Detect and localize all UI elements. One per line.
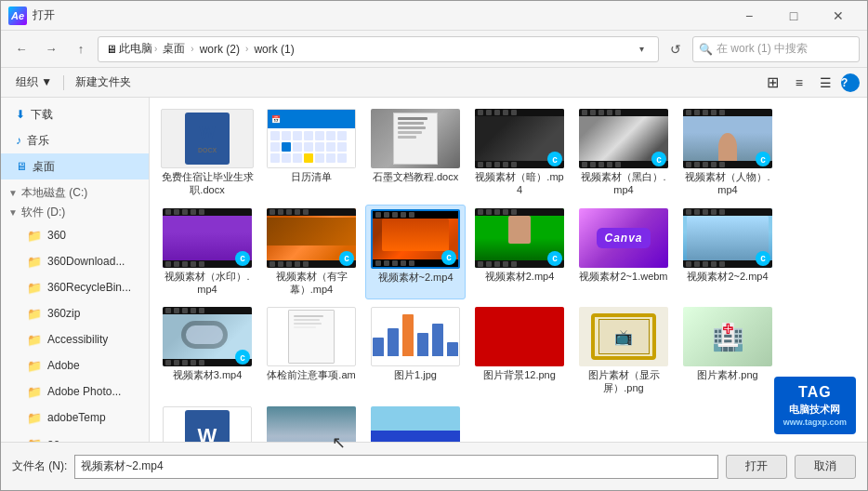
organize-button[interactable]: 组织 ▼ bbox=[8, 70, 59, 96]
app-icon: Ae bbox=[8, 7, 27, 25]
sidebar-item-downloads[interactable]: ⬇ 下载 bbox=[1, 101, 149, 127]
filename-label: 文件名 (N): bbox=[12, 458, 67, 474]
file-name-video-selected: 视频素材~2.mp4 bbox=[370, 271, 461, 284]
folder-icon-adobe: 📁 bbox=[27, 359, 42, 373]
folder-icon-360rb: 📁 bbox=[27, 281, 42, 295]
file-item-video2[interactable]: c 视频素材2.mp4 bbox=[469, 205, 570, 300]
file-item-chart[interactable]: 图片1.jpg bbox=[365, 303, 466, 399]
file-item-calendar[interactable]: 📅 日历清单 bbox=[261, 105, 362, 201]
c-badge-video2: c bbox=[547, 251, 562, 266]
statusbar-buttons: 打开 取消 bbox=[726, 455, 856, 479]
file-item-photo1[interactable]: 图片素材1.png bbox=[261, 403, 362, 442]
file-name-medical: 图片素材.png bbox=[681, 368, 774, 381]
titlebar-title: 打开 bbox=[33, 7, 55, 23]
file-item-video-subtitle[interactable]: c 视频素材（有字幕）.mp4 bbox=[261, 205, 362, 300]
file-name-video2: 视频素材2.mp4 bbox=[473, 270, 566, 283]
file-name-docx2: 石墨文档教程.docx bbox=[369, 170, 462, 183]
file-item-docx1[interactable]: W DOCX 免费住宿让毕业生求职.docx bbox=[157, 105, 257, 201]
new-folder-label: 新建文件夹 bbox=[75, 74, 131, 90]
sidebar-item-360download[interactable]: 📁 360Download... bbox=[1, 248, 149, 274]
folder-icon-adobe-photo: 📁 bbox=[27, 385, 42, 399]
filename-input[interactable] bbox=[74, 455, 718, 479]
open-button[interactable]: 打开 bbox=[726, 455, 787, 479]
up-button[interactable]: ↑ bbox=[68, 36, 94, 62]
new-folder-button[interactable]: 新建文件夹 bbox=[68, 70, 138, 96]
file-item-video-selected[interactable]: c 视频素材~2.mp4 bbox=[365, 205, 466, 300]
folder-icon-adobe-temp: 📁 bbox=[27, 411, 42, 425]
c-badge-video22: c bbox=[756, 251, 770, 266]
c-badge-bw: c bbox=[651, 152, 666, 166]
file-name-video-dark: 视频素材（暗）.mp4 bbox=[473, 170, 566, 197]
sidebar: ⬇ 下载 ♪ 音乐 🖥 桌面 ▼ 本地磁盘 (C:) ▼ 软件 (D:) bbox=[1, 98, 150, 442]
file-item-docx2[interactable]: 石墨文档教程.docx bbox=[365, 105, 466, 201]
file-item-video-watermark[interactable]: c 视频素材（水印）.mp4 bbox=[157, 205, 257, 300]
file-item-video3[interactable]: c 视频素材3.mp4 bbox=[157, 303, 257, 399]
sidebar-item-adobe[interactable]: 📁 Adobe bbox=[1, 352, 149, 378]
address-bar[interactable]: 🖥 此电脑 › 桌面 › work (2) › work (1) ▾ bbox=[98, 36, 659, 62]
sidebar-item-360[interactable]: 📁 360 bbox=[1, 222, 149, 248]
file-name-red: 图片背景12.png bbox=[473, 368, 566, 381]
breadcrumb-sep-2: › bbox=[191, 44, 193, 54]
file-name-video-subtitle: 视频素材（有字幕）.mp4 bbox=[265, 270, 358, 297]
tag-line2: 电脑技术网 bbox=[783, 403, 847, 417]
sidebar-item-360zip[interactable]: 📁 360zip bbox=[1, 300, 149, 326]
view-controls: ⊞ ≡ ☰ ? bbox=[759, 70, 860, 96]
sidebar-section-drives[interactable]: ▼ 本地磁盘 (C:) bbox=[1, 183, 149, 203]
folder-icon-360dl: 📁 bbox=[27, 255, 42, 269]
breadcrumb-computer: 🖥 此电脑 › bbox=[106, 41, 157, 57]
cancel-button[interactable]: 取消 bbox=[795, 455, 856, 479]
sidebar-item-adobe-photo[interactable]: 📁 Adobe Photo... bbox=[1, 378, 149, 405]
file-item-video-people[interactable]: c 视频素材（人物）.mp4 bbox=[677, 105, 778, 201]
view-list-button[interactable]: ≡ bbox=[788, 70, 810, 96]
maximize-button[interactable]: □ bbox=[772, 1, 815, 31]
sidebar-item-music[interactable]: ♪ 音乐 bbox=[1, 127, 149, 153]
file-item-word-icon[interactable]: W 图片素材01.png bbox=[157, 403, 257, 442]
titlebar-controls: − □ ✕ bbox=[728, 1, 860, 31]
close-button[interactable]: ✕ bbox=[817, 1, 860, 31]
actionbar: 组织 ▼ 新建文件夹 ⊞ ≡ ☰ ? bbox=[1, 68, 867, 98]
sidebar-item-desktop[interactable]: 🖥 桌面 bbox=[1, 153, 149, 179]
refresh-button[interactable]: ↺ bbox=[663, 36, 689, 62]
file-name-tv: 图片素材（显示屏）.png bbox=[577, 368, 670, 395]
search-input[interactable] bbox=[717, 43, 856, 56]
file-item-canva[interactable]: Canva 视频素材2~1.webm bbox=[573, 205, 674, 300]
back-button[interactable]: ← bbox=[8, 36, 34, 62]
file-grid: W DOCX 免费住宿让毕业生求职.docx 📅 bbox=[157, 105, 860, 442]
sidebar-item-adobe-temp[interactable]: 📁 adobeTemp bbox=[1, 405, 149, 431]
breadcrumb-sep-3: › bbox=[245, 44, 248, 54]
c-badge-dark: c bbox=[547, 152, 562, 166]
search-icon: 🔍 bbox=[699, 43, 713, 56]
file-item-red[interactable]: 图片背景12.png bbox=[469, 303, 570, 399]
sidebar-item-accessibility[interactable]: 📁 Accessibility bbox=[1, 326, 149, 352]
downloads-icon: ⬇ bbox=[16, 108, 25, 121]
search-box[interactable]: 🔍 bbox=[692, 36, 860, 62]
minimize-button[interactable]: − bbox=[728, 1, 770, 31]
software-d-label: 软件 (D:) bbox=[21, 205, 65, 220]
file-area[interactable]: W DOCX 免费住宿让毕业生求职.docx 📅 bbox=[150, 98, 867, 442]
file-name-canva: 视频素材2~1.webm bbox=[577, 270, 670, 283]
action-separator bbox=[63, 75, 64, 90]
tag-watermark: TAG 电脑技术网 www.tagxp.com bbox=[774, 377, 856, 434]
sidebar-section-software[interactable]: ▼ 软件 (D:) bbox=[1, 203, 149, 222]
sidebar-item-360recyclebin[interactable]: 📁 360RecycleBin... bbox=[1, 274, 149, 300]
file-item-tv[interactable]: 📺 图片素材（显示屏）.png bbox=[573, 303, 674, 399]
help-button[interactable]: ? bbox=[841, 73, 860, 92]
file-item-video-dark[interactable]: c 视频素材（暗）.mp4 bbox=[469, 105, 570, 201]
titlebar-left: Ae 打开 bbox=[8, 7, 55, 25]
view-grid-button[interactable]: ⊞ bbox=[759, 70, 786, 96]
file-item-video22[interactable]: c 视频素材2~2.mp4 bbox=[677, 205, 778, 300]
file-item-beach[interactable]: 图片素材02.jpg bbox=[365, 403, 466, 442]
file-item-medical[interactable]: 🏥 图片素材.png bbox=[677, 303, 778, 399]
view-detail-button[interactable]: ☰ bbox=[812, 70, 839, 96]
file-name-docx1: 免费住宿让毕业生求职.docx bbox=[161, 170, 254, 197]
file-item-notice[interactable]: 体检前注意事项.am bbox=[261, 303, 362, 399]
address-dropdown[interactable]: ▾ bbox=[632, 44, 651, 54]
forward-button[interactable]: → bbox=[38, 36, 64, 62]
toolbar: ← → ↑ 🖥 此电脑 › 桌面 › work (2) › work (1) ▾… bbox=[1, 31, 867, 68]
folder-icon-360: 📁 bbox=[27, 229, 42, 243]
breadcrumb-item-desktop: 桌面 bbox=[163, 41, 185, 57]
sidebar-item-ae[interactable]: 📁 ae bbox=[1, 431, 149, 442]
desktop-icon: 🖥 bbox=[16, 160, 27, 173]
file-item-video-bw[interactable]: c 视频素材（黑白）.mp4 bbox=[573, 105, 674, 201]
c-badge-selected: c bbox=[441, 250, 456, 265]
